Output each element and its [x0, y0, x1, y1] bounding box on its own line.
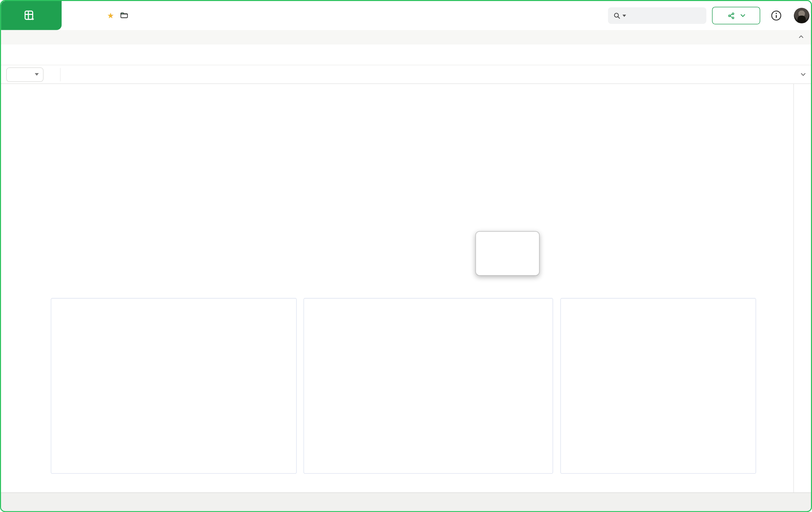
name-box-arrow-icon: [35, 73, 39, 76]
priority-dropdown-menu: [475, 231, 540, 276]
collapse-toolbar-icon[interactable]: [797, 33, 805, 40]
name-box[interactable]: [6, 67, 43, 82]
share-button[interactable]: [712, 7, 760, 24]
search-options-arrow-icon[interactable]: [623, 14, 626, 17]
top-bar: ★: [1, 1, 811, 30]
search-icon: [613, 12, 621, 19]
status-chart-panel[interactable]: [51, 298, 297, 474]
menu-bar: [1, 30, 811, 45]
share-dropdown-icon: [740, 14, 745, 17]
folder-icon[interactable]: [120, 11, 129, 20]
app-logo[interactable]: [1, 1, 62, 30]
priority-chart-panel[interactable]: [303, 298, 553, 474]
search-box[interactable]: [608, 7, 706, 24]
app-window: ★: [0, 0, 812, 512]
share-icon: [727, 12, 735, 19]
toolbar: [1, 45, 811, 65]
formula-bar-expand-icon[interactable]: [800, 72, 806, 76]
right-sidebar: [793, 84, 811, 492]
favorite-star-icon[interactable]: ★: [107, 11, 114, 20]
formula-input[interactable]: [60, 68, 795, 81]
user-avatar[interactable]: [794, 8, 809, 23]
status-bar: [1, 492, 811, 512]
summary-panel[interactable]: [560, 298, 756, 474]
formula-bar: [1, 65, 811, 84]
sheet-logo-icon: [24, 10, 35, 21]
info-icon[interactable]: [771, 10, 782, 21]
